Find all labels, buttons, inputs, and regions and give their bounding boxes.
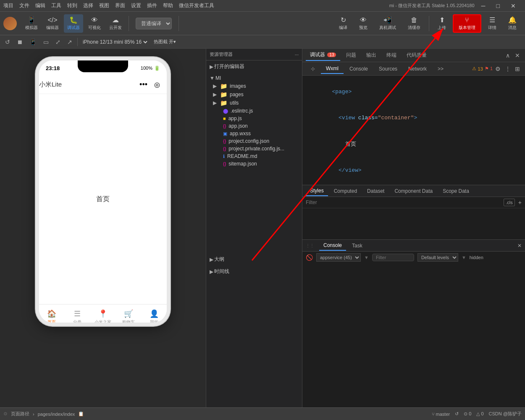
mi-section-header[interactable]: ▼ MI — [206, 74, 302, 82]
rotate-icon[interactable]: ⤢ — [54, 38, 62, 46]
compile-button[interactable]: ↻ 编译 — [334, 14, 352, 33]
share-icon[interactable]: ↗ — [66, 38, 74, 46]
editor-button[interactable]: </> 编辑器 — [43, 14, 62, 33]
file-item-utils[interactable]: ▶ 📁 utils — [206, 99, 302, 107]
message-label: 消息 — [508, 25, 517, 31]
devtools-more-options-icon[interactable]: ⋮ — [503, 66, 512, 72]
maximize-button[interactable]: □ — [496, 3, 500, 9]
menu-item-plugin[interactable]: 插件 — [147, 2, 157, 9]
cls-button[interactable]: .cls — [504, 199, 515, 206]
preview-button[interactable]: 👁 预览 — [354, 14, 373, 33]
file-item-images[interactable]: ▶ 📁 images — [206, 82, 302, 90]
tab-profile[interactable]: 👤 我的 — [141, 309, 167, 325]
file-item-appjson[interactable]: {} app.json — [206, 122, 302, 130]
menu-item-project[interactable]: 项目 — [3, 2, 13, 9]
avatar[interactable] — [3, 17, 17, 30]
styles-filter-bar: .cls + — [302, 197, 525, 208]
tablet-icon[interactable]: ▭ — [42, 38, 50, 46]
device-model-select[interactable]: iPhone 12/13 mini 85% 16 — [81, 39, 149, 45]
tab-mi-home[interactable]: 📍 小米之家 — [90, 309, 116, 325]
console-close-icon[interactable]: ✕ — [517, 243, 522, 249]
hotspot-button[interactable]: 热图截 开▾ — [152, 38, 178, 46]
file-item-eslintrc[interactable]: ⬤ .eslintrc.js — [206, 107, 302, 115]
style-tab-computed[interactable]: Computed — [330, 186, 361, 196]
cloud-button[interactable]: ☁ 云开发 — [106, 14, 125, 33]
menu-item-file[interactable]: 文件 — [19, 2, 29, 9]
file-item-projectconfig[interactable]: {} project.config.json — [206, 137, 302, 145]
appservice-select[interactable]: appservice (45) — [316, 253, 361, 262]
devtools-settings-icon[interactable]: ⚙ — [494, 66, 502, 72]
phone-home-text: 首页 — [96, 195, 110, 204]
style-tab-styles[interactable]: Styles — [306, 186, 328, 196]
menu-item-help[interactable]: 帮助 — [163, 2, 173, 9]
resource-manager-more-icon[interactable]: ··· — [295, 52, 299, 57]
real-machine-button[interactable]: 📲 真机调试 — [374, 14, 401, 33]
console-tab-task[interactable]: Task — [348, 241, 367, 250]
devtool-pointer[interactable]: ⊹ — [306, 64, 320, 74]
file-item-sitemap[interactable]: {} sitemap.json — [206, 160, 302, 168]
menu-item-view[interactable]: 视图 — [99, 2, 109, 9]
style-tab-scope-data[interactable]: Scope Data — [438, 186, 473, 196]
nav-dots-icon[interactable]: ••• — [139, 80, 147, 89]
tab-output[interactable]: 输出 — [362, 50, 381, 60]
message-button[interactable]: 🔔 消息 — [503, 14, 522, 33]
tab-debugger[interactable]: 调试器 13 — [306, 50, 340, 61]
file-item-appwxss[interactable]: ▣ app.wxss — [206, 130, 302, 137]
log-level-select[interactable]: Default levels — [417, 253, 458, 262]
console-filter-input[interactable] — [372, 254, 414, 261]
nav-circle-icon[interactable]: ◎ — [154, 81, 160, 89]
minimize-button[interactable]: ─ — [481, 3, 486, 9]
file-item-pages[interactable]: ▶ 📁 pages — [206, 90, 302, 99]
timeline-header[interactable]: ▶ 时间线 — [206, 267, 302, 276]
clear-cache-button[interactable]: 🗑 清缓存 — [403, 14, 425, 33]
devtools-more[interactable]: >> — [433, 64, 449, 74]
menu-item-settings[interactable]: 设置 — [131, 2, 141, 9]
console-clear-icon[interactable]: 🚫 — [306, 254, 313, 261]
devtools-detach-icon[interactable]: ⊞ — [513, 66, 522, 72]
debugger-badge: 13 — [327, 52, 336, 57]
menu-item-select[interactable]: 选择 — [83, 2, 93, 9]
outline-header[interactable]: ▶ 大纲 — [206, 255, 302, 264]
style-tab-component-data[interactable]: Component Data — [390, 186, 437, 196]
file-item-projectprivate[interactable]: {} project.private.config.js... — [206, 145, 302, 152]
upload-button[interactable]: ⬆ 上传 — [433, 14, 451, 33]
refresh-icon[interactable]: ↺ — [3, 38, 12, 46]
devtool-wxml[interactable]: Wxml — [321, 64, 344, 74]
menu-item-tools[interactable]: 工具 — [51, 2, 61, 9]
close-button[interactable]: ✕ — [511, 3, 516, 9]
devtool-network[interactable]: Network — [403, 64, 432, 74]
version-manager-button[interactable]: ⑂ 版本管理 — [453, 14, 481, 33]
tab-cart[interactable]: 🛒 购物车 — [116, 309, 141, 325]
detail-button[interactable]: ☰ 详情 — [483, 14, 501, 33]
collapse-icon[interactable]: ∧ — [504, 51, 512, 60]
tab-code-quality[interactable]: 代码质量 — [402, 50, 431, 60]
tab-category[interactable]: ☰ 分类 — [65, 309, 90, 325]
menu-item-wechat-devtools[interactable]: 微信开发者工具 — [179, 2, 214, 9]
tab-terminal[interactable]: 终端 — [382, 50, 401, 60]
console-tab-console[interactable]: Console — [319, 241, 346, 251]
menu-item-edit[interactable]: 编辑 — [35, 2, 45, 9]
visualize-button[interactable]: 👁 可视化 — [85, 14, 104, 33]
stop-icon[interactable]: ⏹ — [15, 38, 24, 46]
phone-icon[interactable]: 📱 — [28, 38, 38, 46]
menu-item-goto[interactable]: 转到 — [67, 2, 77, 9]
file-item-appjs[interactable]: ■ app.js — [206, 115, 302, 122]
simulator-button[interactable]: 📱 模拟器 — [22, 14, 41, 33]
devtool-sources[interactable]: Sources — [374, 64, 402, 74]
filter-input[interactable] — [306, 200, 500, 205]
menu-item-interface[interactable]: 界面 — [115, 2, 125, 9]
close-debugger-icon[interactable]: ✕ — [513, 51, 522, 60]
style-tab-dataset[interactable]: Dataset — [363, 186, 388, 196]
add-style-button[interactable]: + — [518, 199, 522, 206]
tab-issues[interactable]: 问题 — [342, 50, 360, 60]
tab-home[interactable]: 🏠 首页 — [39, 309, 65, 325]
devtool-console[interactable]: Console — [344, 64, 373, 74]
file-item-readme[interactable]: ℹ README.md — [206, 152, 302, 160]
mode-select[interactable]: 普通编译 — [136, 18, 172, 29]
sync-icon[interactable]: ↺ — [455, 411, 459, 417]
status-settings-icon[interactable]: ⚙ — [3, 411, 8, 417]
resource-manager-header: 资源管理器 ··· — [206, 49, 302, 60]
debugger-button[interactable]: 🐛 调试器 — [64, 14, 83, 33]
copy-path-icon[interactable]: 📋 — [78, 411, 84, 417]
open-editors-header[interactable]: ▶ 打开的编辑器 — [206, 62, 302, 71]
